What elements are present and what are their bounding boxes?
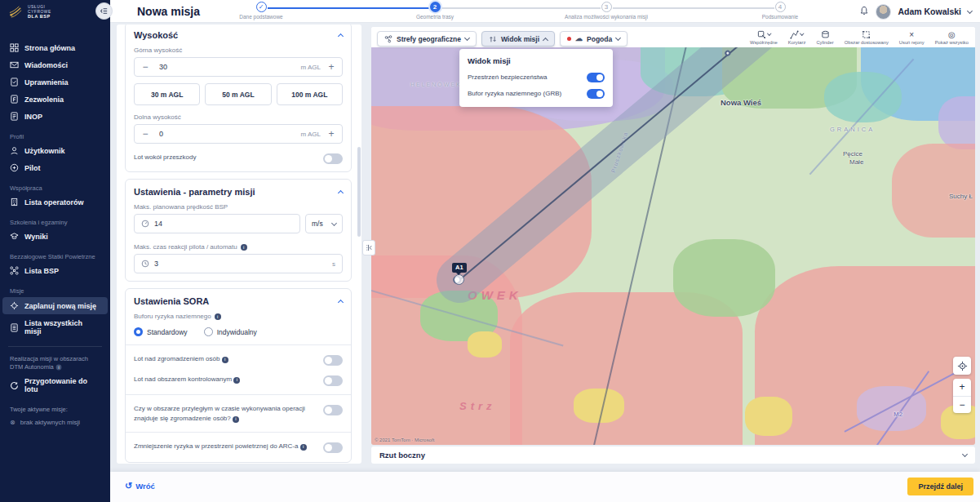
obstacle-flight-toggle[interactable] [323,153,343,164]
radio-label: Standardowy [147,328,188,336]
section-title: Wysokość [134,30,178,40]
speed-unit-select[interactable]: m/s [305,214,343,233]
notifications-bell-icon[interactable] [859,4,869,19]
arc-risk-toggle[interactable] [323,442,343,453]
sidebar-item-label: INOP [24,113,42,121]
zoom-out-button[interactable]: − [953,397,971,414]
next-step-button[interactable]: Przejdź dalej [907,478,973,495]
unit-label: m AGL [301,64,321,71]
list-icon [10,323,19,332]
pill-label: Pogoda [587,35,612,43]
geo-zones-icon [384,35,392,43]
side-view-panel[interactable]: Rzut boczny [371,446,975,464]
grid-icon [10,43,19,52]
chevron-down-icon[interactable] [962,451,968,457]
sidebar-item-zaplanuj-nowa-misje[interactable]: Zaplanuj nową misję [2,297,108,314]
sidebar-item-lista-operatorow[interactable]: Lista operatorów [0,193,110,211]
adjacent-area-toggle[interactable] [323,405,343,415]
tool-coordinates[interactable]: Współrzędne [750,30,778,45]
sidebar-item-inop[interactable]: INOP [0,108,110,125]
sidebar-item-lista-bsp[interactable]: Lista BSP [0,262,110,279]
preset-30-agl-button[interactable]: 30 m AGL [134,83,200,105]
corridor-icon [790,30,799,39]
decrement-button[interactable]: − [141,128,149,140]
waypoint-a1-badge[interactable]: A1 [452,263,467,273]
info-icon[interactable] [215,313,221,320]
sidebar-collapse-button[interactable] [95,2,113,20]
sidebar-item-wyniki[interactable]: Wyniki [0,228,110,245]
info-icon[interactable] [222,357,228,363]
map-place-label: HELENÓWEK [410,82,462,87]
step-circle-todo: 3 [601,2,612,12]
sidebar-item-uzytkownik[interactable]: Użytkownik [0,142,110,159]
stepper-step-1[interactable]: ✓ Dane podstawowe [204,2,318,20]
zoom-in-button[interactable]: + [953,379,971,397]
user-name: Adam Kowalski [898,7,961,16]
upper-altitude-input[interactable] [159,63,208,71]
user-avatar[interactable] [876,4,891,20]
reaction-time-label: Maks. czas reakcji pilota / automatu [134,243,343,251]
tool-corridor[interactable]: Korytarz [788,30,806,45]
preset-50-agl-button[interactable]: 50 m AGL [205,83,271,105]
reaction-time-input[interactable] [154,260,203,268]
crowd-flight-toggle[interactable] [323,355,343,366]
stepper-step-4[interactable]: 4 Podsumowanie [723,2,837,20]
sidebar-section-misje: Misje [0,279,110,296]
sidebar-item-lista-wszystkich-misji[interactable]: Lista wszystkich misji [0,315,110,340]
map-zone-purple [938,96,975,149]
tool-cylinder[interactable]: Cylinder [816,30,833,45]
pill-widok-misji[interactable]: Widok misji [481,31,555,47]
sidebar-item-label: Zezwolenia [24,96,64,104]
sidebar-item-strona-glowna[interactable]: Strona główna [0,39,110,56]
crosshair-icon [957,361,968,371]
radio-indywidualny[interactable]: Indywidualny [204,327,257,336]
grb-buffer-toggle[interactable] [587,89,605,99]
drone-icon [10,266,19,275]
map-zone-yellow [745,397,792,436]
lower-altitude-input[interactable] [159,130,208,138]
radio-standardowy[interactable]: Standardowy [134,327,188,336]
sidebar-item-przygotowanie-do-lotu[interactable]: Przygotowanie do lotu [0,373,110,398]
tool-label: Korytarz [788,40,806,45]
controlled-area-toggle[interactable] [323,375,343,386]
info-icon[interactable] [233,377,240,384]
speed-input[interactable] [154,220,203,228]
preset-100-agl-button[interactable]: 100 m AGL [277,83,343,105]
section-title: Ustawienia SORA [134,296,209,306]
panel-collapse-handle[interactable] [362,240,375,255]
pill-strefy-geograficzne[interactable]: Strefy geograficzne [377,31,477,47]
sidebar-item-uprawnienia[interactable]: Uprawnienia [0,73,110,91]
map-layer-pills: Strefy geograficzne Widok misji ☁ Pogoda [377,31,627,47]
chevron-down-icon [464,35,470,41]
chevron-down-icon[interactable] [967,7,973,13]
info-icon[interactable] [55,365,61,371]
step-label: Analiza możliwości wykonania misji [549,14,663,20]
pill-pogoda[interactable]: ☁ Pogoda [560,31,627,47]
sidebar-item-label: Lista BSP [24,267,59,275]
info-icon[interactable] [241,244,247,251]
tool-show-all[interactable]: ◎ Pokaż wszystko [935,30,969,45]
collapse-chevron-icon[interactable] [338,190,344,196]
sidebar-item-label: Wyniki [24,233,48,241]
tool-delete-regions[interactable]: × Usuń rejony [899,30,925,45]
sidebar-item-pilot[interactable]: Pilot [0,159,110,176]
section-ustawienia-sora: Ustawienia SORA Buforu ryzyka naziemnego… [125,288,352,463]
back-button[interactable]: ↺ Wróć [125,481,155,491]
collapse-chevron-icon[interactable] [338,33,344,39]
stepper-step-3[interactable]: 3 Analiza możliwości wykonania misji [549,2,663,20]
map-canvas[interactable]: A1 HELENÓWEK Komorów Nowa Wieś GRANICA P… [371,47,975,445]
info-icon[interactable] [300,444,307,451]
stepper-step-2[interactable]: 2 Geometria trasy [378,2,492,20]
decrement-button[interactable]: − [141,61,149,73]
increment-button[interactable]: + [327,128,335,140]
waypoint-marker[interactable] [454,274,464,285]
collapse-chevron-icon[interactable] [338,300,344,305]
locate-me-button[interactable] [953,357,971,375]
sidebar-item-wiadomosci[interactable]: Wiadomości [0,56,110,73]
increment-button[interactable]: + [327,61,335,73]
info-icon[interactable] [233,416,239,423]
sidebar-item-zezwolenia[interactable]: Zezwolenia [0,91,110,108]
safety-space-toggle[interactable] [587,73,605,82]
form-scrollbar[interactable] [357,147,361,237]
tool-custom-area[interactable]: Obszar dostosowany [845,30,889,45]
